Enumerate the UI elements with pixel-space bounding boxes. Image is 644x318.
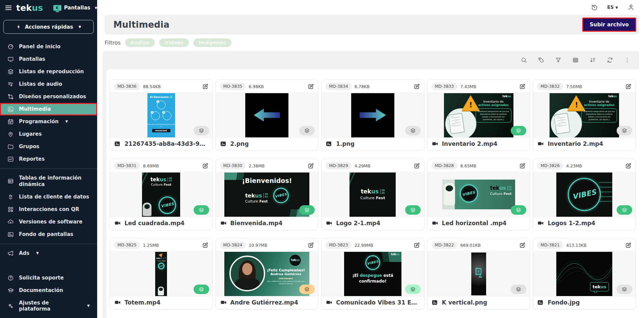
media-card-md-3821[interactable]: MD-3821 413.13KB tekus Fondo.jpg xyxy=(533,238,636,310)
filter-chip-videos[interactable]: Videos xyxy=(159,38,189,47)
brand-logo[interactable]: tekus xyxy=(16,4,43,12)
media-card-md-3836[interactable]: MD-3836 88.54KB El Descuento 1 2 3 Descu… xyxy=(110,79,213,151)
filter-chip-imagenes[interactable]: Imágenes xyxy=(193,38,231,47)
sort-icon[interactable] xyxy=(589,57,596,63)
edit-icon[interactable] xyxy=(519,83,526,90)
layers-badge[interactable] xyxy=(405,285,421,294)
sidebar-item-multimedia[interactable]: Multimedia xyxy=(0,103,97,115)
sidebar-item-listas-de-reproduccion[interactable]: Listas de reproducción xyxy=(0,65,97,78)
layers-badge[interactable] xyxy=(299,205,315,215)
video-camera-icon xyxy=(114,220,121,226)
sidebar-item-reportes[interactable]: Reportes xyxy=(0,153,97,165)
edit-icon[interactable] xyxy=(202,242,208,248)
sidebar-item-versiones-de-software[interactable]: Versiones de software xyxy=(0,216,97,228)
file-name: Totem.mp4 xyxy=(124,299,161,306)
media-card-md-3832[interactable]: MD-3832 7.50MB tekus ! Inventario deacti… xyxy=(533,79,636,151)
upload-file-button[interactable]: Subir archivo xyxy=(582,18,636,32)
card-footer: Totem.mp4 xyxy=(110,297,213,309)
media-card-md-3834[interactable]: MD-3834 6.78KB 1.png xyxy=(321,79,424,151)
quick-actions-button[interactable]: Acciones rápidas ▼ xyxy=(3,20,94,34)
edit-icon[interactable] xyxy=(625,163,632,169)
layers-badge[interactable] xyxy=(405,205,421,215)
media-card-md-3831[interactable]: MD-3831 8.69MB tekus2025Culture FestVIBE… xyxy=(110,159,213,230)
media-card-md-3824[interactable]: MD-3824 10.97MB tekus ¡Feliz Cumpleaños!… xyxy=(216,238,319,310)
edit-icon[interactable] xyxy=(308,83,314,90)
media-card-md-3826[interactable]: MD-3826 4.23MB VIBES Logos 1-2.mp4 xyxy=(533,159,636,230)
sidebar-item-disenos-personalizados[interactable]: Diseños personalizados xyxy=(0,90,97,103)
sidebar-item-label: Solicita soporte xyxy=(19,275,64,281)
layers-badge[interactable] xyxy=(194,285,209,294)
video-camera-icon xyxy=(431,141,439,147)
sidebar-item-programacion[interactable]: Programación▼ xyxy=(0,115,97,128)
screen-selector[interactable]: K Pantallas ▼ xyxy=(53,5,97,11)
sidebar-item-label: Versiones de software xyxy=(19,219,82,225)
tag-icon[interactable] xyxy=(538,57,544,63)
hamburger-menu-icon[interactable] xyxy=(5,4,12,11)
media-card-md-3830[interactable]: MD-3830 2.38MB ¡Bienvenidos! tekus2025Cu… xyxy=(216,159,319,230)
sidebar-item-listas-de-audio[interactable]: Listas de audio xyxy=(0,78,97,90)
layers-badge[interactable] xyxy=(511,126,526,135)
edit-icon[interactable] xyxy=(519,163,526,169)
media-card-md-3828[interactable]: MD-3828 8.65MB VIBES tekus2025Culture Fe… xyxy=(427,159,530,230)
media-card-md-3825[interactable]: MD-3825 1.25MB tekus2025Culture FestVIBE… xyxy=(110,238,213,310)
edit-icon[interactable] xyxy=(625,242,632,248)
edit-icon[interactable] xyxy=(625,83,632,90)
grid-icon[interactable] xyxy=(572,57,579,63)
filter-icon[interactable] xyxy=(555,57,562,63)
sidebar-item-lugares[interactable]: Lugares xyxy=(0,128,97,140)
card-header: MD-3834 6.78KB xyxy=(321,80,424,92)
edit-icon[interactable] xyxy=(414,163,420,169)
thumbnail: El Descuento 1 2 3 Descubre nuestros des… xyxy=(110,92,213,138)
sidebar-item-tablas-de-informacion-dinamica[interactable]: Tablas de información dinámica xyxy=(0,172,97,191)
media-card-md-3835[interactable]: MD-3835 6.98KB 2.png xyxy=(216,79,319,151)
layers-badge[interactable] xyxy=(511,285,526,294)
search-icon[interactable] xyxy=(521,57,527,63)
sidebar-item-solicita-soporte[interactable]: Solicita soporte xyxy=(0,272,97,284)
history-icon[interactable] xyxy=(591,4,598,11)
card-header: MD-3835 6.98KB xyxy=(216,80,318,92)
layers-badge[interactable] xyxy=(405,126,421,135)
edit-icon[interactable] xyxy=(414,83,420,90)
layers-badge[interactable] xyxy=(299,285,315,294)
video-camera-icon xyxy=(537,141,544,147)
media-card-md-3829[interactable]: MD-3829 4.29MB tekus2025Culture Fest Log… xyxy=(321,159,424,230)
layers-badge[interactable] xyxy=(194,205,209,215)
media-card-md-3822[interactable]: MD-3822 669.01KB k K vertical.png xyxy=(427,238,530,310)
content-panel: MD-3836 88.54KB El Descuento 1 2 3 Descu… xyxy=(102,51,639,318)
layers-badge[interactable] xyxy=(617,285,632,294)
media-card-md-3823[interactable]: MD-3823 22.99MB tekus VIBES¡El despegue … xyxy=(321,238,424,310)
media-id-badge: MD-3822 xyxy=(431,241,457,249)
layers-badge[interactable] xyxy=(617,205,632,215)
sidebar-item-fondo-de-pantallas[interactable]: Fondo de pantallas xyxy=(0,228,97,241)
card-header: MD-3825 1.25MB xyxy=(110,238,213,251)
sidebar-item-pantallas[interactable]: Pantallas xyxy=(0,53,97,65)
media-id-badge: MD-3826 xyxy=(537,162,563,169)
language-selector[interactable]: ES▼ xyxy=(607,4,618,10)
sidebar-item-documentacion[interactable]: Documentación xyxy=(0,284,97,297)
edit-icon[interactable] xyxy=(202,83,208,90)
card-header: MD-3829 4.29MB xyxy=(321,159,424,171)
sidebar-item-panel-de-inicio[interactable]: Panel de inicio xyxy=(0,41,97,53)
refresh-icon[interactable] xyxy=(607,57,613,63)
filters-label: Filtros xyxy=(105,39,121,46)
edit-icon[interactable] xyxy=(308,163,314,169)
sidebar-item-ads[interactable]: Ads▼ xyxy=(0,247,97,260)
more-icon[interactable] xyxy=(624,57,631,63)
layers-badge[interactable] xyxy=(617,126,632,135)
sidebar-item-grupos[interactable]: Grupos xyxy=(0,140,97,153)
sidebar-item-ajustes-de-plataforma[interactable]: Ajustes de plataforma▼ xyxy=(0,297,97,316)
sidebar-item-interacciones-con-qr[interactable]: Interacciones con QR xyxy=(0,203,97,216)
layers-badge[interactable] xyxy=(511,205,526,215)
edit-icon[interactable] xyxy=(202,163,208,169)
edit-icon[interactable] xyxy=(308,242,314,248)
layers-badge[interactable] xyxy=(194,126,209,135)
sidebar-item-lista-de-cliente-de-datos[interactable]: Lista de cliente de datos xyxy=(0,191,97,203)
user-icon[interactable] xyxy=(627,4,635,11)
media-card-md-3833[interactable]: MD-3833 7.43MB tekus ! Inventario deacti… xyxy=(427,79,530,151)
chevron-down-icon: ▼ xyxy=(79,25,81,29)
edit-icon[interactable] xyxy=(414,242,420,248)
layers-badge[interactable] xyxy=(299,126,315,135)
filter-chip-audios[interactable]: Audios xyxy=(125,38,155,47)
edit-icon[interactable] xyxy=(519,242,526,248)
file-size: 7.43MB xyxy=(460,84,476,89)
